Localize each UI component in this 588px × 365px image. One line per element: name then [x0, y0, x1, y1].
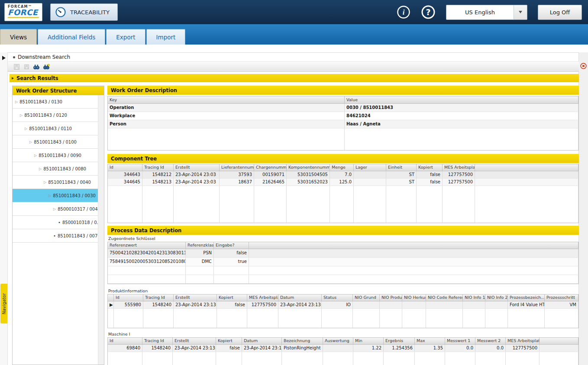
navigator-tab[interactable]: Navigator: [0, 284, 7, 323]
tree-item[interactable]: 8500010318 / 0...: [13, 216, 98, 229]
column-header-cell[interactable]: Referenzwert: [108, 242, 186, 249]
tree-scrollbar-gutter[interactable]: [98, 95, 104, 365]
expander-icon[interactable]: [20, 113, 23, 117]
table-row[interactable]: PersonHaas / Agneta: [108, 120, 578, 128]
column-header-cell[interactable]: [249, 242, 578, 249]
table-row[interactable]: 75849150020005303120852010800310DMCtrue: [108, 258, 578, 266]
table-row[interactable]: ▶555980154824023-Apr-2014 23:13:08false1…: [108, 301, 578, 309]
expander-icon[interactable]: [53, 207, 56, 211]
column-header-cell[interactable]: Erstellt: [174, 164, 220, 171]
column-header-cell[interactable]: NIO Grund: [353, 295, 380, 301]
close-icon[interactable]: [580, 63, 587, 69]
column-header-cell[interactable]: Tracing Id: [143, 295, 174, 301]
column-header-cell[interactable]: NIO Code Referenz: [426, 295, 463, 301]
tab-views[interactable]: Views: [0, 29, 37, 45]
language-dropdown-button[interactable]: [514, 5, 527, 19]
navigator-expand-icon[interactable]: [2, 56, 6, 60]
column-header-cell[interactable]: NIO Info 2: [485, 295, 508, 301]
table-row[interactable]: 344643154821223-Apr-2014 23:033759300159…: [108, 171, 578, 179]
expander-icon[interactable]: [34, 154, 37, 157]
tree-item[interactable]: 8510011843 / 0070: [13, 229, 98, 243]
column-header-cell[interactable]: Prozessschritt: [545, 295, 578, 301]
column-header-cell[interactable]: Lager: [354, 164, 386, 171]
column-header-cell[interactable]: [540, 338, 578, 344]
help-icon[interactable]: ?: [421, 5, 436, 19]
column-header-cell[interactable]: Status: [322, 295, 353, 301]
column-header-cell[interactable]: Tracing Id: [142, 338, 173, 344]
info-icon[interactable]: i: [397, 5, 410, 19]
column-header-cell[interactable]: Id: [108, 164, 142, 171]
tab-additional-fields[interactable]: Additional Fields: [38, 29, 105, 45]
expander-icon[interactable]: [44, 180, 46, 184]
search-results-bar[interactable]: Search Results: [10, 74, 579, 82]
tree-item[interactable]: 8510011843 / 0130: [13, 95, 98, 109]
tab-import[interactable]: Import: [146, 29, 186, 45]
table-cell: [108, 309, 114, 328]
expander-icon[interactable]: [29, 140, 32, 144]
tree-item[interactable]: 8510011843 / 0080: [13, 162, 98, 176]
column-header-cell[interactable]: Kopiert: [217, 295, 247, 301]
table-row[interactable]: 7500421028230420142313083011PSNfalse: [108, 249, 578, 258]
column-header-cell[interactable]: Einheit: [386, 164, 417, 171]
language-select[interactable]: US English: [446, 5, 527, 20]
table-cell: [463, 301, 485, 308]
tree-item[interactable]: 8510011843 / 0040: [13, 176, 98, 189]
expander-icon[interactable]: [39, 167, 42, 171]
tree-item[interactable]: 8500010317 / 0040: [13, 202, 98, 216]
column-header-cell[interactable]: Erstellt: [174, 295, 217, 301]
column-header-cell[interactable]: Datum: [242, 338, 282, 344]
column-header-cell[interactable]: Eingabe?: [214, 242, 249, 249]
tree-item[interactable]: 8510011843 / 0090: [13, 149, 98, 162]
table-row[interactable]: 344645154821323-Apr-2014 23:031863721626…: [108, 179, 578, 186]
table-row[interactable]: 69840154824023-Apr-2014 23:13:08false23-…: [108, 345, 578, 352]
column-header-cell[interactable]: NIO Info 1: [463, 295, 485, 301]
column-header-cell[interactable]: MES Arbeitsplatz: [443, 164, 475, 171]
column-header-cell[interactable]: Auswertung: [323, 338, 353, 344]
tab-export[interactable]: Export: [106, 29, 145, 45]
search-next-icon[interactable]: [43, 64, 50, 70]
column-header-cell[interactable]: Chargennummer: [254, 164, 287, 171]
column-header-cell[interactable]: Key: [108, 96, 345, 103]
table-row[interactable]: Operation0030 / 8510011843: [108, 104, 578, 112]
column-header-cell[interactable]: Id: [108, 338, 142, 344]
column-header-cell[interactable]: Menge: [330, 164, 354, 171]
column-header-cell[interactable]: Value: [345, 96, 578, 103]
column-header-cell[interactable]: Erstellt: [173, 338, 216, 344]
column-header-cell[interactable]: MES Arbeitsplatz: [506, 338, 540, 344]
column-header-cell[interactable]: Ergebnis: [384, 338, 415, 344]
tree-item[interactable]: 8510011843 / 0030: [13, 189, 98, 202]
column-header-cell[interactable]: Komponentennummer: [287, 164, 330, 171]
table-row[interactable]: Workplace84621024: [108, 112, 578, 120]
tree-item[interactable]: 8510011843 / 0100: [13, 135, 98, 149]
column-header-cell[interactable]: Tracing Id: [142, 164, 174, 171]
expander-icon[interactable]: [48, 194, 51, 198]
column-header-cell[interactable]: Id: [114, 295, 143, 301]
column-header-cell[interactable]: Bezeichnung: [282, 338, 323, 344]
column-header-cell[interactable]: Datum: [278, 295, 322, 301]
log-off-button[interactable]: Log Off: [538, 5, 582, 20]
column-header-cell[interactable]: Kopiert: [216, 338, 242, 344]
expander-icon[interactable]: [15, 100, 18, 104]
table-cell: [174, 186, 220, 223]
column-header-cell[interactable]: Messwert 2: [475, 338, 506, 344]
tree-item-label: 8510011843 / 0030: [53, 193, 96, 198]
column-header-cell[interactable]: Lieferantennum...: [220, 164, 254, 171]
expander-icon[interactable]: [25, 127, 27, 131]
column-header-cell[interactable]: NIO Herkunft: [402, 295, 426, 301]
column-header-cell[interactable]: [108, 295, 114, 301]
tree-item[interactable]: 8510011843 / 0120: [13, 109, 98, 122]
traceability-module-button[interactable]: TRACEABILITY: [50, 3, 118, 21]
column-header-cell[interactable]: [475, 164, 578, 171]
column-header-cell[interactable]: Min: [353, 338, 384, 344]
header-right-controls: i ? US English Log Off: [397, 5, 582, 20]
right-scroll-gutter[interactable]: [578, 52, 588, 365]
column-header-cell[interactable]: Referenzklasse: [186, 242, 214, 249]
column-header-cell[interactable]: MES Arbeitsplatz: [247, 295, 278, 301]
column-header-cell[interactable]: Kopiert: [417, 164, 443, 171]
column-header-cell[interactable]: NIO Produkt: [380, 295, 402, 301]
search-icon[interactable]: [33, 64, 40, 70]
column-header-cell[interactable]: Prozessbezeich...: [508, 295, 545, 301]
tree-item[interactable]: 8510011843 / 0110: [13, 122, 98, 135]
column-header-cell[interactable]: Max: [415, 338, 445, 344]
column-header-cell[interactable]: Messwert 1: [445, 338, 475, 344]
